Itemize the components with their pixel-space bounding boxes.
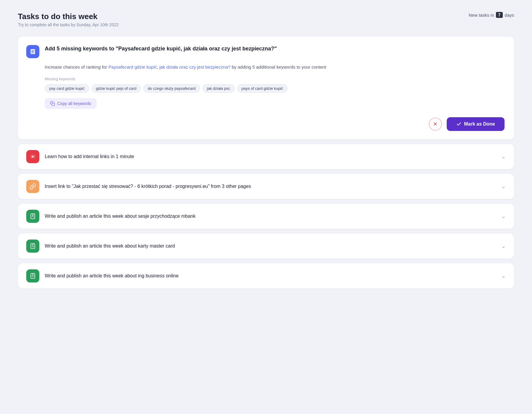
chevron-down-icon: ⌄: [501, 243, 506, 249]
link-icon: [26, 180, 39, 193]
chevron-down-icon: ⌄: [501, 213, 506, 220]
copy-icon: [50, 101, 55, 106]
task-inner-6: Write and publish an article this week a…: [26, 269, 506, 282]
task-actions-1: ✕ Mark as Done: [26, 117, 505, 131]
svg-rect-4: [52, 103, 55, 106]
task-card-5[interactable]: Write and publish an article this week a…: [18, 234, 514, 259]
desc-link[interactable]: Paysafecard gdzie kupić, jak działa oraz…: [108, 64, 230, 69]
task-header-1: Add 5 missing keywords to "Paysafecard g…: [26, 45, 505, 58]
checkmark-icon: [456, 121, 462, 127]
chevron-down-icon: ⌄: [501, 273, 506, 279]
desc-suffix: by adding 5 additional keywords to your …: [231, 64, 326, 69]
days-count: 7: [496, 12, 503, 18]
task-card-2[interactable]: Learn how to add internal links in 1 min…: [18, 144, 514, 169]
title-group: Tasks to do this week Try to complete al…: [18, 12, 119, 27]
task-title-3: Insert link to "Jak przestać się stresow…: [45, 183, 496, 190]
task-card-1: Add 5 missing keywords to "Paysafecard g…: [18, 37, 514, 139]
keyword-tag: gdzie kupić pejs of card: [92, 84, 141, 93]
page-subtitle: Try to complete all the tasks by Sunday,…: [18, 22, 119, 27]
copy-btn-label: Copy all keywords: [57, 101, 91, 106]
task-inner-4: Write and publish an article this week a…: [26, 210, 506, 223]
article-icon: [26, 240, 39, 253]
task-title-2: Learn how to add internal links in 1 min…: [45, 153, 496, 160]
task-title-6: Write and publish an article this week a…: [45, 273, 496, 279]
task-card-3[interactable]: Insert link to "Jak przestać się stresow…: [18, 174, 514, 199]
chevron-down-icon: ⌄: [501, 183, 506, 190]
task-card-4[interactable]: Write and publish an article this week a…: [18, 204, 514, 229]
mark-done-label: Mark as Done: [464, 121, 495, 127]
missing-keywords-label: Missing keywords: [45, 77, 505, 81]
keyword-tag: pay card gdzie kupić: [45, 84, 89, 93]
copy-keywords-button[interactable]: Copy all keywords: [45, 98, 97, 109]
keywords-list: pay card gdzie kupić gdzie kupić pejs of…: [45, 84, 505, 93]
keyword-tag: pays of card gdzie kupić: [237, 84, 287, 93]
mark-done-button[interactable]: Mark as Done: [447, 117, 505, 131]
desc-prefix: Increase chances of ranking for: [45, 64, 108, 69]
article-icon: [26, 269, 39, 282]
chevron-down-icon: ⌄: [501, 153, 506, 160]
page-header: Tasks to do this week Try to complete al…: [18, 12, 514, 27]
task-description-1: Increase chances of ranking for Paysafec…: [45, 64, 505, 71]
article-icon: [26, 210, 39, 223]
task-title-1: Add 5 missing keywords to "Paysafecard g…: [45, 45, 505, 52]
new-tasks-label: New tasks in: [468, 13, 494, 18]
task-card-6[interactable]: Write and publish an article this week a…: [18, 263, 514, 288]
dismiss-icon: ✕: [433, 121, 437, 127]
task-inner-2: Learn how to add internal links in 1 min…: [26, 150, 506, 163]
task-inner-5: Write and publish an article this week a…: [26, 240, 506, 253]
dismiss-button[interactable]: ✕: [429, 118, 442, 131]
keyword-tag: do czego służy paysafecard: [143, 84, 200, 93]
task-title-4: Write and publish an article this week a…: [45, 213, 496, 220]
task-title-5: Write and publish an article this week a…: [45, 243, 496, 249]
page-title: Tasks to do this week: [18, 12, 119, 21]
new-tasks-badge: New tasks in 7 days: [468, 12, 514, 18]
task-inner-3: Insert link to "Jak przestać się stresow…: [26, 180, 506, 193]
keyword-tag: jak działa psc: [202, 84, 235, 93]
video-icon: [26, 150, 39, 163]
document-icon: [26, 45, 39, 58]
days-suffix: days: [505, 13, 514, 18]
